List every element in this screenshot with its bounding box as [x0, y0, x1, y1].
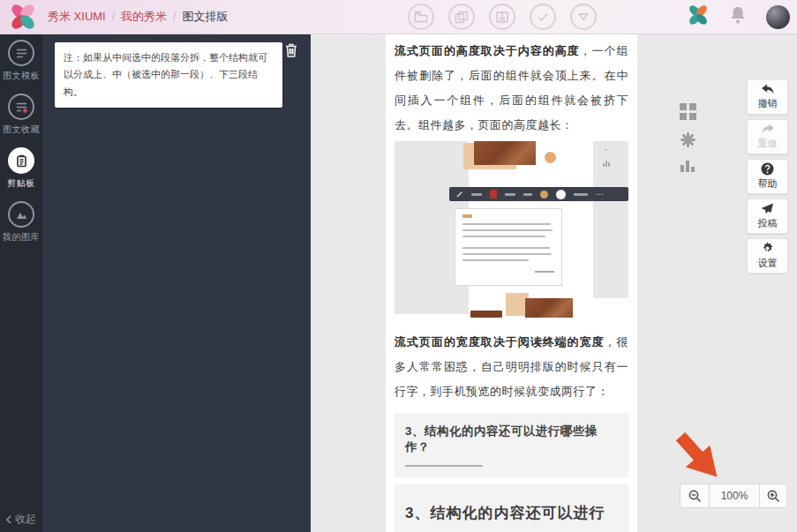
- figure-photo-top: [474, 141, 536, 165]
- sidebar-item-favorites[interactable]: 图文收藏: [0, 87, 42, 141]
- zoom-level[interactable]: 100%: [710, 483, 759, 508]
- left-icon-rail: 图文模板 图文收藏 剪贴板 我的图库 收起: [0, 34, 42, 532]
- submit-button[interactable]: 投稿: [747, 199, 788, 234]
- pages-icon[interactable]: [448, 4, 475, 30]
- chevron-left-icon: [5, 515, 11, 524]
- check-icon[interactable]: [530, 4, 556, 30]
- figure-mini-chart-icon: [603, 161, 610, 167]
- header-right-group: [687, 0, 790, 34]
- clipboard-icon: [8, 147, 34, 174]
- redo-button[interactable]: 重做: [747, 119, 788, 154]
- favorites-icon: [8, 94, 34, 120]
- top-header: 秀米 XIUMI / 我的秀米 / 图文排版: [0, 0, 797, 34]
- clipboard-note-card[interactable]: 注：如果从中间选中的段落分拆，整个结构就可以分成上、中（被选中的那一段）、下三段…: [55, 42, 282, 108]
- figure-photo-bottom: [525, 298, 573, 318]
- button-label: 投稿: [758, 217, 778, 230]
- template-icon: [8, 40, 34, 66]
- settings-button[interactable]: 设置: [747, 238, 788, 273]
- sidebar-item-templates[interactable]: 图文模板: [0, 34, 42, 87]
- undo-button[interactable]: 撤销: [747, 79, 788, 115]
- user-avatar[interactable]: [766, 5, 790, 29]
- canvas-side-tools: [676, 102, 699, 173]
- help-icon: [761, 162, 774, 176]
- xiumi-mini-logo-icon[interactable]: [687, 4, 710, 30]
- paragraph-bold-lead: 流式页面的高度取决于内容的高度: [395, 44, 580, 57]
- collapse-label: 收起: [15, 512, 36, 527]
- figure-right-panel: [593, 141, 628, 298]
- zoom-level-value: 100%: [721, 490, 748, 502]
- breadcrumb-current-page: 图文排版: [182, 9, 228, 25]
- figure-toolbar: ⋯: [449, 187, 628, 201]
- header-action-icons: [408, 4, 597, 30]
- gallery-icon: [8, 201, 34, 228]
- figure-orange-dot: [545, 152, 556, 163]
- figure-quote-box: [455, 208, 562, 286]
- help-button[interactable]: 帮助: [747, 159, 788, 194]
- sidebar-item-gallery[interactable]: 我的图库: [0, 195, 42, 249]
- breadcrumb-my-xiumi[interactable]: 我的秀米: [121, 9, 167, 25]
- folder-icon[interactable]: [408, 4, 434, 30]
- article-page[interactable]: 流式页面的高度取决于内容的高度，一个组件被删除了，后面的组件就会顶上来。在中间插…: [386, 34, 637, 532]
- figure-photo-strip: [470, 311, 502, 318]
- grid-icon[interactable]: [679, 102, 697, 121]
- asterisk-icon[interactable]: [680, 132, 695, 147]
- xiumi-logo-icon[interactable]: [9, 3, 37, 31]
- button-label: 帮助: [758, 177, 778, 191]
- section-title: 3、结构化的内容还可以进行哪些操作？: [405, 498, 618, 532]
- breadcrumb-brand[interactable]: 秀米 XIUMI: [48, 9, 106, 25]
- embedded-screenshot-image[interactable]: ⌄ ⋯: [395, 141, 628, 318]
- note-text: 注：如果从中间选中的段落分拆，整个结构就可以分成上、中（被选中的那一段）、下三段…: [64, 52, 267, 97]
- breadcrumb-separator: /: [173, 11, 176, 23]
- breadcrumb: 秀米 XIUMI / 我的秀米 / 图文排版: [48, 0, 228, 34]
- paragraph-flow-width[interactable]: 流式页面的宽度取决于阅读终端的宽度，很多人常常困惑，自己明明排版的时候只有一行字…: [395, 330, 628, 404]
- export-icon[interactable]: [489, 4, 515, 30]
- paper-plane-icon: [761, 203, 774, 215]
- button-label: 设置: [758, 257, 778, 270]
- sidebar-item-clipboard[interactable]: 剪贴板: [0, 141, 42, 195]
- section-underline: [405, 465, 483, 467]
- dropdown-icon[interactable]: [570, 4, 597, 30]
- button-label: 重做: [758, 137, 778, 150]
- figure-color-swatch-orange: [540, 191, 548, 199]
- bell-icon[interactable]: [729, 5, 747, 28]
- gear-icon: [761, 242, 774, 255]
- sidebar-item-label: 剪贴板: [7, 177, 35, 190]
- sidebar-item-label: 图文模板: [3, 70, 40, 82]
- figure-red-badge: [490, 190, 497, 199]
- button-label: 撤销: [758, 97, 778, 110]
- figure-mini-glyph: ⌄: [603, 145, 609, 153]
- clipboard-panel: 注：如果从中间选中的段落分拆，整个结构就可以分成上、中（被选中的那一段）、下三段…: [42, 34, 311, 532]
- section-heading-large[interactable]: 3、结构化的内容还可以进行哪些操作？: [395, 484, 628, 532]
- right-action-toolbar: 撤销 重做 帮助 投稿 设置: [747, 79, 788, 278]
- paragraph-flow-height[interactable]: 流式页面的高度取决于内容的高度，一个组件被删除了，后面的组件就会顶上来。在中间插…: [395, 39, 628, 138]
- collapse-panel-button[interactable]: 收起: [5, 512, 36, 527]
- section-heading-small[interactable]: 3、结构化的内容还可以进行哪些操作？: [395, 413, 628, 477]
- redo-icon: [761, 124, 775, 135]
- section-title: 3、结构化的内容还可以进行哪些操作？: [405, 423, 618, 455]
- breadcrumb-separator: /: [112, 11, 115, 23]
- sidebar-item-label: 我的图库: [3, 231, 40, 244]
- paragraph-bold-lead: 流式页面的宽度取决于阅读终端的宽度: [395, 335, 605, 348]
- figure-pencil-icon: [456, 191, 463, 198]
- trash-icon[interactable]: [284, 42, 300, 60]
- chart-icon[interactable]: [680, 159, 695, 173]
- figure-color-swatch-white: [556, 190, 566, 199]
- undo-icon: [761, 84, 775, 95]
- zoom-in-icon[interactable]: [759, 483, 787, 508]
- sidebar-item-label: 图文收藏: [3, 124, 40, 136]
